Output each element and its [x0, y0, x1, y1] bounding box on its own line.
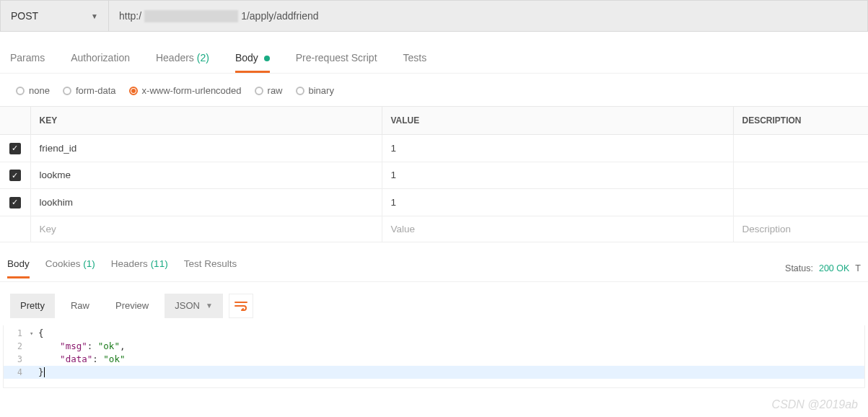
table-row: ✓ lookhim 1: [0, 189, 868, 216]
radio-label: raw: [268, 85, 283, 96]
code-comma: ,: [120, 341, 126, 351]
cell-key[interactable]: lookhim: [30, 189, 382, 216]
active-dot-icon: [264, 56, 270, 61]
chevron-down-icon: ▼: [206, 302, 213, 310]
radio-icon: [296, 87, 304, 95]
code-key: "data": [60, 354, 92, 364]
response-tabs: Body Cookies (1) Headers (11) Test Resul…: [7, 258, 237, 278]
table-row-new: Key Value Description: [0, 216, 868, 242]
code-str: "ok": [103, 354, 125, 364]
tab-resp-tests[interactable]: Test Results: [184, 258, 237, 278]
code-indent: [38, 354, 60, 364]
cell-value[interactable]: 1: [382, 135, 733, 162]
radio-binary[interactable]: binary: [296, 85, 334, 96]
cell-desc[interactable]: [733, 162, 868, 189]
table-row: ✓ lookme 1: [0, 162, 868, 189]
method-label: POST: [11, 10, 38, 22]
cell-key[interactable]: friend_id: [30, 135, 382, 162]
view-raw-button[interactable]: Raw: [61, 294, 100, 318]
cell-desc[interactable]: [733, 135, 868, 162]
url-input[interactable]: http:/ 1/apply/addfriend: [109, 1, 867, 31]
response-view-toolbar: Pretty Raw Preview JSON ▼: [0, 281, 868, 325]
tab-resp-headers[interactable]: Headers (11): [111, 258, 168, 278]
tab-resp-body[interactable]: Body: [7, 258, 30, 278]
col-key: KEY: [30, 107, 382, 135]
response-body-code[interactable]: 1▾{ 2 "msg": "ok", 3 "data": "ok" 4}: [3, 325, 865, 388]
radio-xwww[interactable]: x-www-form-urlencoded: [129, 85, 242, 96]
radio-label: binary: [309, 85, 334, 96]
tab-resp-cookies-label: Cookies: [45, 258, 81, 269]
checkbox-icon[interactable]: ✓: [9, 143, 21, 154]
code-sep: :: [87, 341, 98, 351]
code-str: "ok": [98, 341, 120, 351]
cell-desc[interactable]: [733, 189, 868, 216]
params-table: KEY VALUE DESCRIPTION ✓ friend_id 1 ✓ lo…: [0, 106, 868, 242]
tab-resp-headers-label: Headers: [111, 258, 148, 269]
radio-none[interactable]: none: [16, 85, 50, 96]
status-trail: T: [855, 263, 861, 273]
request-tabs: Params Authorization Headers (2) Body Pr…: [0, 32, 868, 74]
method-selector[interactable]: POST ▼: [1, 1, 109, 31]
tab-resp-cookies[interactable]: Cookies (1): [45, 258, 95, 278]
tab-headers[interactable]: Headers (2): [156, 52, 209, 73]
status-label: Status:: [785, 263, 813, 273]
tab-authorization[interactable]: Authorization: [71, 52, 130, 73]
text-cursor: [44, 367, 45, 377]
tab-prerequest[interactable]: Pre-request Script: [296, 52, 377, 73]
radio-formdata[interactable]: form-data: [63, 85, 116, 96]
headers-count: (2): [197, 52, 209, 63]
col-desc: DESCRIPTION: [733, 107, 868, 135]
radio-icon: [63, 87, 71, 95]
request-url-bar: POST ▼ http:/ 1/apply/addfriend: [0, 0, 868, 32]
col-value: VALUE: [382, 107, 733, 135]
checkbox-icon[interactable]: ✓: [9, 170, 21, 181]
checkbox-icon[interactable]: ✓: [9, 197, 21, 208]
col-checkbox: [0, 107, 30, 135]
body-type-radios: none form-data x-www-form-urlencoded raw…: [0, 74, 868, 106]
format-label: JSON: [175, 300, 200, 311]
cell-value[interactable]: 1: [382, 189, 733, 216]
response-header-row: Body Cookies (1) Headers (11) Test Resul…: [0, 242, 868, 278]
code-sep: :: [92, 354, 103, 364]
code-key: "msg": [60, 341, 87, 351]
url-text-part: 1/apply/addfriend: [241, 10, 318, 22]
resp-headers-count: (11): [151, 258, 168, 269]
tab-body[interactable]: Body: [235, 52, 270, 73]
placeholder-value[interactable]: Value: [382, 216, 733, 242]
tab-headers-label: Headers: [156, 52, 194, 63]
cell-key[interactable]: lookme: [30, 162, 382, 189]
view-pretty-button[interactable]: Pretty: [10, 294, 55, 318]
placeholder-key[interactable]: Key: [30, 216, 382, 242]
radio-raw[interactable]: raw: [255, 85, 283, 96]
code-indent: [38, 341, 60, 351]
radio-label: x-www-form-urlencoded: [142, 85, 242, 96]
table-row: ✓ friend_id 1: [0, 135, 868, 162]
view-preview-button[interactable]: Preview: [105, 294, 159, 318]
cookies-count: (1): [83, 258, 95, 269]
code-brace: }: [38, 366, 44, 377]
radio-label: none: [29, 85, 50, 96]
code-brace: {: [38, 327, 864, 340]
radio-icon: [16, 87, 25, 95]
status-block: Status: 200 OK T: [785, 263, 861, 273]
radio-icon: [129, 87, 138, 95]
radio-label: form-data: [76, 85, 116, 96]
chevron-down-icon: ▼: [91, 12, 98, 20]
cell-value[interactable]: 1: [382, 162, 733, 189]
tab-tests[interactable]: Tests: [403, 52, 427, 73]
tab-body-label: Body: [235, 52, 258, 63]
redacted-host: [144, 10, 238, 22]
status-code: 200 OK: [819, 263, 849, 273]
placeholder-desc[interactable]: Description: [733, 216, 868, 242]
wrap-lines-icon[interactable]: [229, 294, 253, 318]
format-selector[interactable]: JSON ▼: [165, 294, 223, 318]
url-text-part: http:/: [119, 10, 141, 22]
radio-icon: [255, 87, 263, 95]
tab-params[interactable]: Params: [10, 52, 45, 73]
